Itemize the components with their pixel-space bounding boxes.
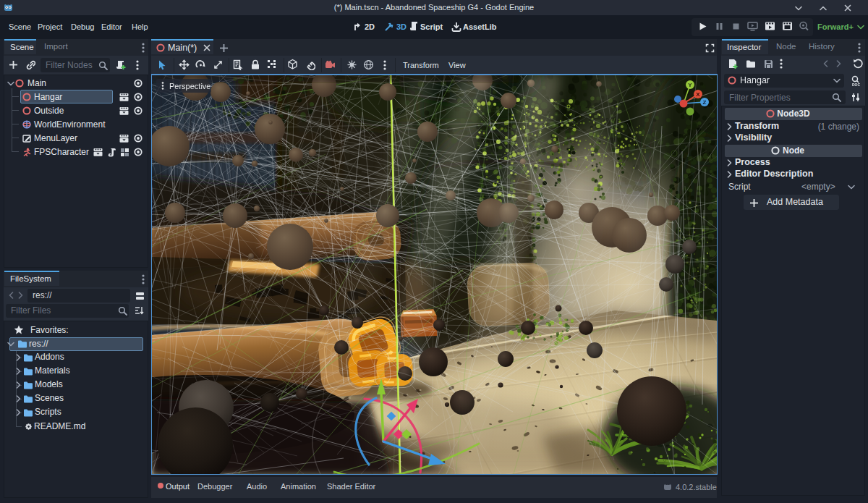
svg-text:Y: Y	[688, 82, 692, 88]
svg-text:DOC: DOC	[852, 83, 860, 87]
svg-text:Z: Z	[703, 99, 707, 106]
svg-text:X: X	[696, 91, 700, 98]
svg-text:Perspective: Perspective	[169, 82, 210, 90]
